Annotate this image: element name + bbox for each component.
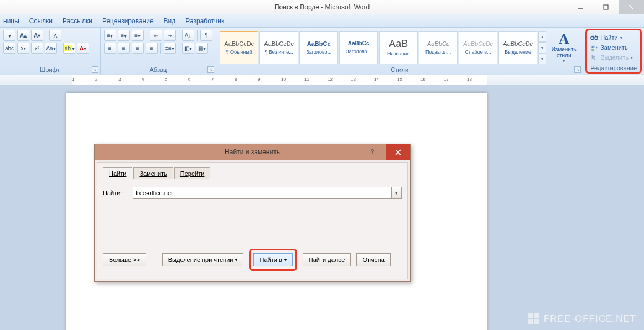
svg-point-4 xyxy=(591,36,594,39)
font-color-button[interactable]: A▾ xyxy=(77,43,89,54)
ruler-number: 3 xyxy=(118,77,121,82)
find-label: Найти: xyxy=(103,190,127,196)
menu-item[interactable]: Ссылки xyxy=(29,17,53,25)
dialog-help-button[interactable]: ? xyxy=(361,144,383,160)
menu-item[interactable]: Рецензирование xyxy=(102,17,154,25)
subscript-button[interactable]: x₂ xyxy=(17,43,29,54)
find-next-button[interactable]: Найти далее xyxy=(303,253,351,266)
maximize-button[interactable] xyxy=(593,0,619,14)
ruler-number: 4 xyxy=(142,77,144,82)
svg-point-5 xyxy=(595,36,598,39)
ruler-number: 11 xyxy=(304,77,309,82)
change-styles-button[interactable]: A Изменить стили ▾ xyxy=(548,30,579,65)
find-button[interactable]: Найти▾ xyxy=(590,33,637,43)
text-cursor xyxy=(75,108,75,117)
change-styles-icon: A xyxy=(559,32,569,46)
find-in-button[interactable]: Найти в▾ xyxy=(253,253,292,266)
find-input[interactable] xyxy=(133,187,392,199)
group-editing: Найти▾ abac Заменить Выделить▾ Редактиро… xyxy=(585,29,642,74)
title-bar: Поиск в Ворде - Microsoft Word xyxy=(0,0,644,14)
svg-text:ac: ac xyxy=(591,48,594,51)
style-item[interactable]: AaBbCcDc¶ Без инте... xyxy=(259,31,298,64)
ruler-number: 6 xyxy=(188,77,190,82)
tab-goto[interactable]: Перейти xyxy=(174,167,211,179)
menu-item[interactable]: Вид xyxy=(164,17,176,25)
dialog-title: Найти и заменить xyxy=(225,148,280,156)
dialog-titlebar[interactable]: Найти и заменить ? xyxy=(95,144,410,160)
borders-button[interactable]: ▦▾ xyxy=(196,43,208,54)
group-label: Абзац xyxy=(104,65,213,75)
ruler-number: 9 xyxy=(258,77,260,82)
dialog-close-button[interactable] xyxy=(386,144,410,160)
menu-bar: ницы Ссылки Рассылки Рецензирование Вид … xyxy=(0,14,644,28)
window-controls xyxy=(568,0,644,14)
ribbon: ▾ A▴ A▾ A abc x₂ x² Aa▾ ab▾ A▾ Шрифт ↘ ≡… xyxy=(0,28,644,75)
numbering-button[interactable]: ≡▾ xyxy=(118,30,130,41)
align-right-button[interactable]: ≡ xyxy=(132,43,144,54)
justify-button[interactable]: ≡ xyxy=(146,43,158,54)
binoculars-icon xyxy=(590,34,598,41)
font-size-dropdown[interactable]: ▾ xyxy=(3,30,15,41)
sort-button[interactable]: A↓ xyxy=(182,30,194,41)
find-replace-dialog: Найти и заменить ? Найти Заменить Перейт… xyxy=(94,144,411,282)
align-center-button[interactable]: ≡ xyxy=(118,43,130,54)
ruler-number: 13 xyxy=(351,77,356,82)
multilevel-button[interactable]: ≡▾ xyxy=(132,30,144,41)
tab-find[interactable]: Найти xyxy=(103,167,132,179)
line-spacing-button[interactable]: ‡≡▾ xyxy=(164,43,176,54)
strike-button[interactable]: abc xyxy=(3,43,15,54)
style-item[interactable]: AaBbCcЗаголово... xyxy=(339,31,378,64)
style-item[interactable]: AaBbCcПодзагол... xyxy=(419,31,458,64)
style-item[interactable]: AaBbCcDc¶ Обычный xyxy=(220,31,258,64)
find-history-dropdown[interactable]: ▾ xyxy=(392,187,402,199)
superscript-button[interactable]: x² xyxy=(31,43,43,54)
increase-indent-button[interactable]: ⇥ xyxy=(164,30,176,41)
ruler-number: 8 xyxy=(235,77,237,82)
menu-item[interactable]: Разработчик xyxy=(185,17,224,25)
minimize-button[interactable] xyxy=(568,0,593,14)
style-item[interactable]: АаВНазвание xyxy=(379,31,418,64)
tab-replace[interactable]: Заменить xyxy=(133,167,173,179)
ruler-number: 10 xyxy=(281,77,286,82)
change-case-button[interactable]: Aa▾ xyxy=(45,43,57,54)
styles-gallery[interactable]: AaBbCcDc¶ Обычный AaBbCcDc¶ Без инте... … xyxy=(220,31,546,64)
ruler-number: 15 xyxy=(397,77,402,82)
watermark: FREE-OFFICE.NET xyxy=(528,313,636,324)
shading-button[interactable]: ◧▾ xyxy=(182,43,194,54)
grow-font-button[interactable]: A▴ xyxy=(17,30,29,41)
close-button[interactable] xyxy=(619,0,644,14)
bullets-button[interactable]: ≡▾ xyxy=(104,30,116,41)
clear-formatting-button[interactable]: A xyxy=(49,30,61,41)
shrink-font-button[interactable]: A▾ xyxy=(31,30,43,41)
ruler-number: 2 xyxy=(95,77,97,82)
menu-item[interactable]: ницы xyxy=(3,17,19,25)
more-button[interactable]: Больше >> xyxy=(103,253,146,266)
styles-dialog-launcher[interactable]: ↘ xyxy=(574,66,581,73)
ruler-number: 17 xyxy=(444,77,449,82)
gallery-scroll[interactable]: ▴▾▾ xyxy=(538,31,546,64)
show-marks-button[interactable]: ¶ xyxy=(200,30,212,41)
style-item[interactable]: AaBbCcDcСлабое в... xyxy=(459,31,497,64)
paragraph-dialog-launcher[interactable]: ↘ xyxy=(207,66,214,73)
replace-button[interactable]: abac Заменить xyxy=(590,43,637,53)
style-item[interactable]: AaBbCcDcВыделение xyxy=(498,31,537,64)
group-styles: AaBbCcDc¶ Обычный AaBbCcDc¶ Без инте... … xyxy=(216,28,583,75)
ruler-number: 16 xyxy=(420,77,425,82)
ruler[interactable]: 123456789101112131415161718 xyxy=(0,75,644,85)
cursor-icon xyxy=(590,54,598,61)
group-font: ▾ A▴ A▾ A abc x₂ x² Aa▾ ab▾ A▾ Шрифт ↘ xyxy=(0,28,101,75)
select-button[interactable]: Выделить▾ xyxy=(590,53,637,62)
replace-icon: abac xyxy=(590,44,598,51)
menu-item[interactable]: Рассылки xyxy=(63,17,92,25)
dialog-tabs: Найти Заменить Перейти xyxy=(103,167,402,179)
highlight-button[interactable]: ab▾ xyxy=(63,43,75,54)
group-label: Стили xyxy=(220,65,579,75)
font-dialog-launcher[interactable]: ↘ xyxy=(92,66,98,73)
cancel-button[interactable]: Отмена xyxy=(356,253,390,266)
align-left-button[interactable]: ≡ xyxy=(104,43,116,54)
reading-highlight-button[interactable]: Выделение при чтении▾ xyxy=(162,253,244,266)
decrease-indent-button[interactable]: ⇤ xyxy=(150,30,162,41)
ruler-number: 7 xyxy=(211,77,214,82)
style-item[interactable]: AaBbCcЗаголово... xyxy=(299,31,338,64)
svg-rect-1 xyxy=(604,5,608,9)
